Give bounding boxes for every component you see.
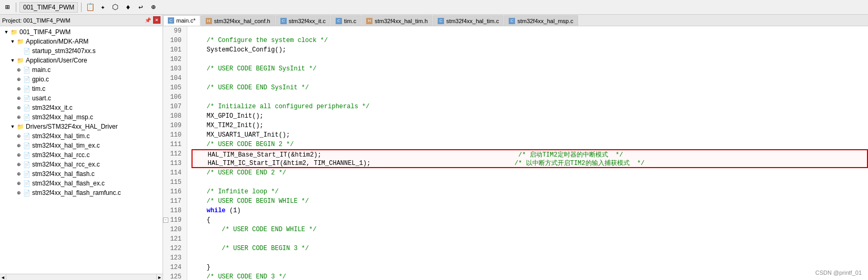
sidebar-header: Project: 001_TIMF4_PWM 📌 ×: [0, 15, 163, 26]
line-num-113: 113: [163, 159, 184, 168]
code-line-122: /* USER CODE BEGIN 3 */: [191, 244, 868, 253]
folder-icon-root: 📁: [11, 28, 18, 36]
tab-hal-tim-h[interactable]: H stm32f4xx_hal_tim.h: [361, 15, 432, 26]
tree-item-gpio[interactable]: ⊕ 📄 gpio.c: [0, 75, 163, 84]
code-line-123: [191, 253, 868, 263]
tree-item-drivers[interactable]: ▼ 📁 Drivers/STM32F4xx_HAL_Driver: [0, 122, 163, 131]
folder-icon-drivers: 📁: [17, 123, 24, 130]
toolbar-icon-3[interactable]: ⬡: [110, 2, 120, 13]
tree-label-hal-flash: stm32f4xx_hal_flash.c: [32, 170, 95, 178]
file-icon-hal-flash-ex: 📄: [23, 180, 31, 187]
tab-hal-tim-c[interactable]: C stm32f4xx_hal_tim.c: [433, 15, 503, 26]
sidebar-close-btn[interactable]: ×: [153, 16, 160, 24]
expand-drivers[interactable]: ▼: [9, 123, 16, 130]
expand-startup: [16, 48, 22, 54]
tree-label-usart: usart.c: [32, 95, 51, 102]
expand-hal-flash: ⊕: [16, 171, 22, 177]
file-icon-hal-rcc: 📄: [23, 151, 31, 159]
code-line-120: /* USER CODE END WHILE */: [191, 225, 868, 234]
sidebar-scroll: ▼ 📁 001_TIMF4_PWM ▼ 📁 Application/MDK-AR…: [0, 27, 163, 198]
code-line-113: HAL_TIM_IC_Start_IT(&htim2, TIM_CHANNEL_…: [191, 159, 868, 168]
expand-gpio: ⊕: [16, 76, 22, 82]
code-content[interactable]: /* Configure the system clock */ SystemC…: [187, 26, 868, 280]
tree-item-root[interactable]: ▼ 📁 001_TIMF4_PWM: [0, 27, 163, 37]
code-line-124: }: [191, 263, 868, 272]
line-num-123: 123: [163, 253, 184, 263]
tab-hal-msp-c[interactable]: C stm32f4xx_hal_msp.c: [504, 15, 578, 26]
tree-item-usart[interactable]: ⊕ 📄 usart.c: [0, 94, 163, 103]
code-line-111: /* USER CODE BEGIN 2 */: [191, 140, 868, 149]
tab-conf-h[interactable]: H stm32f4xx_hal_conf.h: [201, 15, 275, 26]
line-num-121: 121: [163, 234, 184, 244]
file-icon-tim: 📄: [23, 85, 31, 92]
tree-item-it[interactable]: ⊕ 📄 stm32f4xx_it.c: [0, 103, 163, 112]
line-num-112: 112: [163, 149, 184, 159]
file-icon-hal-tim-ex: 📄: [23, 142, 31, 149]
toolbar-icon-1[interactable]: 📋: [85, 2, 95, 13]
tree-label-it: stm32f4xx_it.c: [32, 104, 73, 111]
file-icon-hal-tim: 📄: [23, 132, 31, 140]
tab-tim-c[interactable]: C tim.c: [331, 15, 361, 26]
code-line-125: /* USER CODE END 3 */: [191, 272, 868, 280]
tab-label-tim-c: tim.c: [344, 18, 356, 24]
toolbar-icon-2[interactable]: ✦: [97, 2, 108, 13]
tree-item-tim[interactable]: ⊕ 📄 tim.c: [0, 84, 163, 94]
tree-item-hal-tim-ex[interactable]: ⊕ 📄 stm32f4xx_hal_tim_ex.c: [0, 141, 163, 150]
tree-item-hal-flash[interactable]: ⊕ 📄 stm32f4xx_hal_flash.c: [0, 169, 163, 179]
tree-label-hal-rcc: stm32f4xx_hal_rcc.c: [32, 151, 89, 159]
tree-item-main[interactable]: ⊕ 📄 main.c: [0, 65, 163, 75]
line-num-120: 120: [163, 225, 184, 234]
line-num-99: 99: [163, 26, 184, 36]
scroll-left-btn[interactable]: ◀: [0, 274, 6, 280]
code-line-102: [191, 55, 868, 64]
line-num-122: 122: [163, 244, 184, 253]
expand-hal-tim: ⊕: [16, 133, 22, 139]
expand-usart: ⊕: [16, 95, 22, 101]
tree-item-mdk[interactable]: ▼ 📁 Application/MDK-ARM: [0, 37, 163, 46]
tree-item-hal-rcc[interactable]: ⊕ 📄 stm32f4xx_hal_rcc.c: [0, 150, 163, 160]
expand-mdk[interactable]: ▼: [9, 38, 16, 45]
tree-item-hal-rcc-ex[interactable]: ⊕ 📄 stm32f4xx_hal_rcc_ex.c: [0, 160, 163, 169]
expand-usercore[interactable]: ▼: [9, 57, 16, 64]
tree-label-hal-tim-ex: stm32f4xx_hal_tim_ex.c: [32, 142, 100, 149]
toolbar-icon-4[interactable]: ♦: [123, 2, 133, 13]
tree-item-hal-flash-ram[interactable]: ⊕ 📄 stm32f4xx_hal_flash_ramfunc.c: [0, 188, 163, 198]
expand-root[interactable]: ▼: [3, 29, 9, 35]
expand-msp: ⊕: [16, 114, 22, 120]
line-num-102: 102: [163, 55, 184, 64]
sidebar: Project: 001_TIMF4_PWM 📌 × ▼ 📁 001_TIMF4…: [0, 15, 163, 280]
tab-icon-conf-h: H: [206, 18, 212, 24]
tab-icon-hal-tim-c: C: [438, 18, 444, 24]
tree-label-gpio: gpio.c: [32, 76, 49, 83]
tree-item-hal-tim[interactable]: ⊕ 📄 stm32f4xx_hal_tim.c: [0, 131, 163, 141]
line-num-105: 105: [163, 83, 184, 92]
tree-item-hal-flash-ex[interactable]: ⊕ 📄 stm32f4xx_hal_flash_ex.c: [0, 179, 163, 188]
line-num-115: 115: [163, 178, 184, 187]
line-num-100: 100: [163, 36, 184, 45]
tree-label-startup: startup_stm32f407xx.s: [32, 47, 96, 55]
collapse-btn-119[interactable]: −: [163, 217, 168, 223]
tree-label-hal-flash-ex: stm32f4xx_hal_flash_ex.c: [32, 180, 105, 187]
code-line-103: /* USER CODE BEGIN SysInit */: [191, 64, 868, 74]
project-dropdown[interactable]: 001_TIMF4_PWM: [19, 2, 78, 13]
code-line-108: MX_GPIO_Init();: [191, 111, 868, 121]
tree-item-usercore[interactable]: ▼ 📁 Application/User/Core: [0, 56, 163, 65]
expand-main: ⊕: [16, 67, 22, 73]
code-line-115: [191, 178, 868, 187]
tab-main-c[interactable]: C main.c*: [163, 15, 200, 26]
expand-tim: ⊕: [16, 86, 22, 92]
sidebar-scrollbar-h[interactable]: ◀ ▶: [0, 274, 163, 280]
toolbar-icon-5[interactable]: ↩: [135, 2, 146, 13]
tree-item-startup[interactable]: 📄 startup_stm32f407xx.s: [0, 46, 163, 56]
pin-icon[interactable]: 📌: [144, 16, 152, 25]
code-line-119: {: [191, 215, 868, 225]
tree-item-msp[interactable]: ⊕ 📄 stm32f4xx_hal_msp.c: [0, 112, 163, 122]
scroll-right-btn[interactable]: ▶: [156, 274, 163, 280]
toolbar-icon-grid[interactable]: ⊞: [2, 2, 13, 13]
toolbar-icon-6[interactable]: ⊕: [148, 2, 158, 13]
tab-it-c[interactable]: C stm32f4xx_it.c: [276, 15, 330, 26]
line-num-111: 111: [163, 140, 184, 149]
line-num-117: 117: [163, 196, 184, 206]
file-icon-startup: 📄: [23, 47, 31, 55]
file-icon-hal-rcc-ex: 📄: [23, 161, 31, 168]
